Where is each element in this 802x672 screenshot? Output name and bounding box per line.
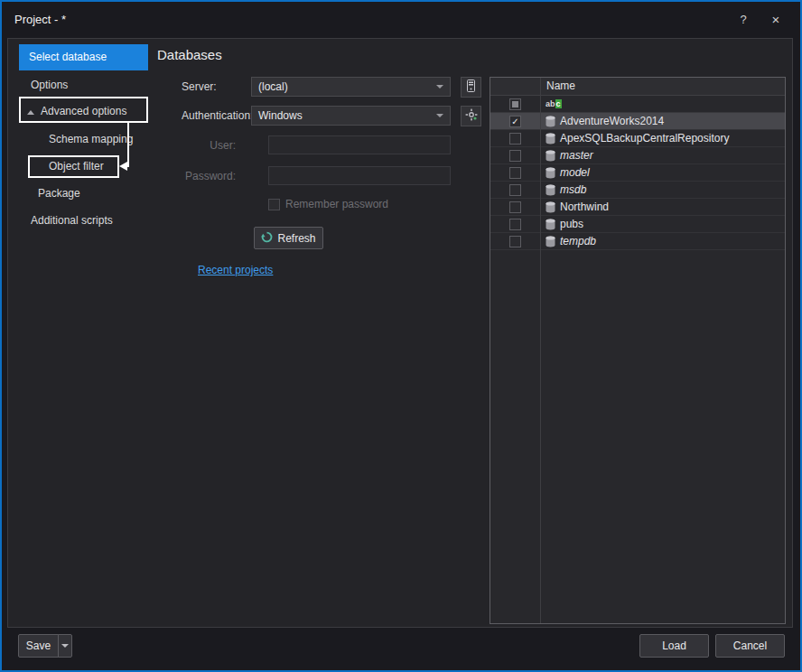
refresh-button[interactable]: Refresh [254,227,323,249]
table-row[interactable]: ✓ AdventureWorks2014 [490,113,785,130]
page-title: Databases [157,46,222,64]
password-label: Password: [182,169,236,183]
database-name: model [560,164,590,182]
row-checkbox[interactable] [509,167,521,179]
sidebar-item-label: Object filter [49,160,104,173]
name-column-header: Name [546,78,575,95]
database-name: Northwind [560,199,609,216]
authentication-select-value: Windows [258,109,303,122]
row-checkbox[interactable] [509,201,521,213]
table-row[interactable]: master [490,147,785,164]
table-row[interactable]: ApexSQLBackupCentralRepository [490,130,785,147]
database-icon [545,116,556,127]
connection-options-gear-icon [465,108,478,124]
chevron-down-icon [436,85,443,89]
row-checkbox[interactable] [509,219,521,230]
recent-projects-link[interactable]: Recent projects [198,264,273,276]
database-icon [545,150,556,162]
browse-servers-button[interactable] [461,77,481,98]
refresh-button-label: Refresh [277,232,315,245]
table-row[interactable]: msdb [490,182,785,199]
chevron-down-icon [61,644,69,648]
refresh-icon [261,231,273,246]
sidebar-item-label: Advanced options [41,105,126,117]
database-icon [545,236,556,247]
table-header: Name [490,78,785,96]
row-checkbox[interactable] [509,133,521,145]
load-button[interactable]: Load [639,634,709,658]
table-row[interactable]: model [490,164,785,182]
table-row[interactable]: Northwind [490,199,785,216]
database-name: ApexSQLBackupCentralRepository [560,130,729,147]
database-icon [545,184,556,196]
database-name: tempdb [560,233,596,250]
save-dropdown-button[interactable] [58,634,72,658]
row-checkbox[interactable] [509,150,521,162]
user-label: User: [182,138,236,153]
cancel-button[interactable]: Cancel [715,634,785,658]
database-icon [545,201,556,213]
row-checkbox[interactable] [509,236,521,247]
database-name: master [560,147,593,164]
table-row[interactable]: tempdb [490,233,785,250]
filter-row-checkbox[interactable] [509,98,521,110]
database-icon [545,133,556,145]
remember-password-label: Remember password [285,198,388,211]
sidebar-item-label: Package [38,187,80,200]
column-divider [540,78,541,623]
window-title: Project - * [14,2,66,38]
sidebar-item-label: Options [31,79,68,91]
server-label: Server: [182,79,217,94]
authentication-label: Authentication: [182,108,253,123]
sidebar-item-object-filter[interactable]: Object filter [19,155,148,177]
authentication-select[interactable]: Windows [251,106,451,126]
database-icon [545,167,556,179]
database-icon [545,219,556,230]
user-input [268,135,451,154]
database-name: AdventureWorks2014 [560,113,664,130]
expander-icon [27,110,34,115]
sidebar-item-additional-scripts[interactable]: Additional scripts [19,210,148,231]
abc-filter-icon: abc [546,98,562,110]
dialog-panel: Select database Options Advanced options… [7,38,793,628]
row-checkbox[interactable] [509,184,521,196]
row-checkbox[interactable]: ✓ [509,116,521,127]
server-select[interactable]: (local) [251,77,451,97]
sidebar-item-advanced-options[interactable]: Advanced options [19,99,148,123]
save-button[interactable]: Save [18,634,59,658]
chevron-down-icon [436,114,443,117]
connection-options-button[interactable] [461,106,481,126]
database-name: msdb [560,182,586,199]
server-icon [466,79,476,95]
sidebar-item-label: Additional scripts [31,214,113,227]
databases-table: Name abc ✓ AdventureWorks2014 ApexSQLBac… [490,77,786,624]
password-input [268,166,451,185]
close-button[interactable]: × [764,2,788,38]
titlebar: Project - * ? × [2,2,800,38]
table-row[interactable]: pubs [490,216,785,233]
sidebar-item-label: Select database [29,51,107,63]
filter-row[interactable]: abc [490,96,785,113]
sidebar-item-label: Schema mapping [49,133,133,145]
sidebar-item-options[interactable]: Options [19,74,148,96]
help-button[interactable]: ? [732,2,755,38]
database-name: pubs [560,216,583,233]
remember-password-checkbox [268,199,280,210]
project-dialog-window: Project - * ? × Select database Options … [0,0,802,672]
sidebar-item-schema-mapping[interactable]: Schema mapping [19,128,148,150]
server-select-value: (local) [258,80,288,93]
sidebar-item-package[interactable]: Package [19,182,148,204]
sidebar-item-select-database[interactable]: Select database [19,44,148,70]
